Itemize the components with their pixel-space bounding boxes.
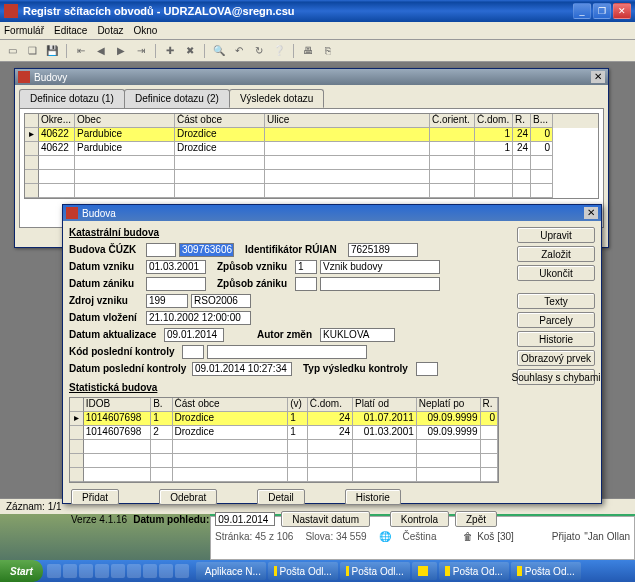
budova-titlebar[interactable]: Budova ✕ [63,205,601,221]
ql-icon[interactable] [127,564,141,578]
tb-exit-icon[interactable]: ⎘ [320,43,336,59]
app-icon [4,4,18,18]
tb-save-icon[interactable]: 💾 [44,43,60,59]
inp-kodk[interactable] [182,345,204,359]
tb-sep [155,44,156,58]
tb-print-icon[interactable]: 🖶 [300,43,316,59]
menu-dotaz[interactable]: Dotaz [97,25,123,36]
stat-grid[interactable]: IDOBB.Část obce(v)Č.dom.Platí odNeplatí … [69,397,499,483]
ql-icon[interactable] [111,564,125,578]
tb-del-icon[interactable]: ✖ [182,43,198,59]
tb-sep [204,44,205,58]
task-button[interactable]: Pošta Od... [511,562,581,580]
btn-historie-side[interactable]: Historie [517,331,595,347]
btn-detail[interactable]: Detail [257,489,305,505]
btn-zalozit[interactable]: Založit [517,246,595,262]
inp-autor[interactable]: KUKLOVA [320,328,395,342]
inp-budova-pre[interactable] [146,243,176,257]
maximize-button[interactable]: ❐ [593,3,611,19]
trash-icon[interactable]: 🗑 [463,531,473,542]
inp-dzanik[interactable] [146,277,206,291]
tb-next-icon[interactable]: ▶ [113,43,129,59]
tb-first-icon[interactable]: ⇤ [73,43,89,59]
inp-zdroj[interactable]: 199 [146,294,188,308]
inp-typk[interactable] [416,362,438,376]
budovy-close-button[interactable]: ✕ [591,71,605,83]
quicklaunch [43,564,193,578]
tab-result[interactable]: Výsledek dotazu [229,89,324,108]
ql-icon[interactable] [175,564,189,578]
task-button[interactable]: Aplikace N... [196,562,266,580]
btn-ukoncit[interactable]: Ukončit [517,265,595,281]
tb-last-icon[interactable]: ⇥ [133,43,149,59]
tab-def1[interactable]: Definice dotazu (1) [19,89,125,108]
tb-new-icon[interactable]: ✚ [162,43,178,59]
words-info: Slova: 34 559 [305,531,366,542]
ql-icon[interactable] [143,564,157,578]
lbl-dvznik: Datum vzniku [69,261,143,272]
task-button[interactable]: Pošta Od... [439,562,509,580]
task-button[interactable] [412,562,437,580]
tb-undo-icon[interactable]: ↶ [231,43,247,59]
section-katastral: Katastrální budova [69,227,499,238]
lbl-datk: Datum poslední kontroly [69,363,189,374]
lbl-ident: Identifikátor RÚIAN [245,244,345,255]
tb-find-icon[interactable]: 🔍 [211,43,227,59]
inp-ident[interactable]: 7625189 [348,243,418,257]
btn-odebrat[interactable]: Odebrat [159,489,217,505]
inp-zdroj-txt[interactable]: RSO2006 [191,294,251,308]
btn-kontrola[interactable]: Kontrola [390,511,449,527]
tb-help-icon[interactable]: ❔ [271,43,287,59]
menu-editace[interactable]: Editace [54,25,87,36]
mdi-workspace: Budovy ✕ Definice dotazu (1) Definice do… [0,62,635,560]
btn-obrazovy-prvek[interactable]: Obrazový prvek [517,350,595,366]
tb-prev-icon[interactable]: ◀ [93,43,109,59]
menu-okno[interactable]: Okno [134,25,158,36]
tab-def2[interactable]: Definice dotazu (2) [124,89,230,108]
budova-icon [66,207,78,219]
inp-zpzn-txt[interactable] [320,277,440,291]
tb-cards-icon[interactable]: ❑ [24,43,40,59]
inp-kodk-txt[interactable] [207,345,367,359]
result-grid[interactable]: Okre...ObecČást obceUliceČ.orient.Č.dom.… [24,113,599,199]
budova-title: Budova [82,208,116,219]
inp-datum-pohledu[interactable]: 09.01.2014 [215,512,275,526]
btn-souhlasy[interactable]: Souhlasy s chybami [517,369,595,385]
btn-historie[interactable]: Historie [345,489,401,505]
inp-dakt[interactable]: 09.01.2014 [164,328,224,342]
inp-zpvz[interactable]: 1 [295,260,317,274]
inp-zpzn[interactable] [295,277,317,291]
close-button[interactable]: ✕ [613,3,631,19]
tb-refresh-icon[interactable]: ↻ [251,43,267,59]
btn-parcely[interactable]: Parcely [517,312,595,328]
start-button[interactable]: Start [0,560,43,582]
btn-zpet[interactable]: Zpět [455,511,497,527]
budova-close-button[interactable]: ✕ [584,207,598,219]
btn-upravit[interactable]: Upravit [517,227,595,243]
budovy-titlebar[interactable]: Budovy ✕ [15,69,608,85]
btn-nastavit-datum[interactable]: Nastavit datum [281,511,370,527]
inp-budova[interactable]: 309763606 [179,243,234,257]
tb-doc-icon[interactable]: ▭ [4,43,20,59]
window-controls: _ ❐ ✕ [573,3,631,19]
inp-datk[interactable]: 09.01.2014 10:27:34 [192,362,292,376]
menu-formular[interactable]: Formulář [4,25,44,36]
btn-pridat[interactable]: Přidat [71,489,119,505]
inp-zpvz-txt[interactable]: Vznik budovy [320,260,440,274]
inp-dvloz[interactable]: 21.10.2002 12:00:00 [146,311,251,325]
ql-icon[interactable] [47,564,61,578]
btn-texty[interactable]: Texty [517,293,595,309]
ql-icon[interactable] [79,564,93,578]
task-button[interactable]: Pošta Odl... [268,562,338,580]
task-button[interactable]: Pošta Odl... [340,562,410,580]
ql-icon[interactable] [159,564,173,578]
section-statistika: Statistická budova [69,382,499,393]
prijato-label: Přijato [552,531,580,542]
inp-dvznik[interactable]: 01.03.2001 [146,260,206,274]
minimize-button[interactable]: _ [573,3,591,19]
lbl-zpzn: Způsob zániku [217,278,292,289]
ql-icon[interactable] [63,564,77,578]
app-title: Registr sčítacích obvodů - UDRZALOVA@sre… [23,5,573,17]
ql-icon[interactable] [95,564,109,578]
lbl-zdroj: Zdroj vzniku [69,295,143,306]
